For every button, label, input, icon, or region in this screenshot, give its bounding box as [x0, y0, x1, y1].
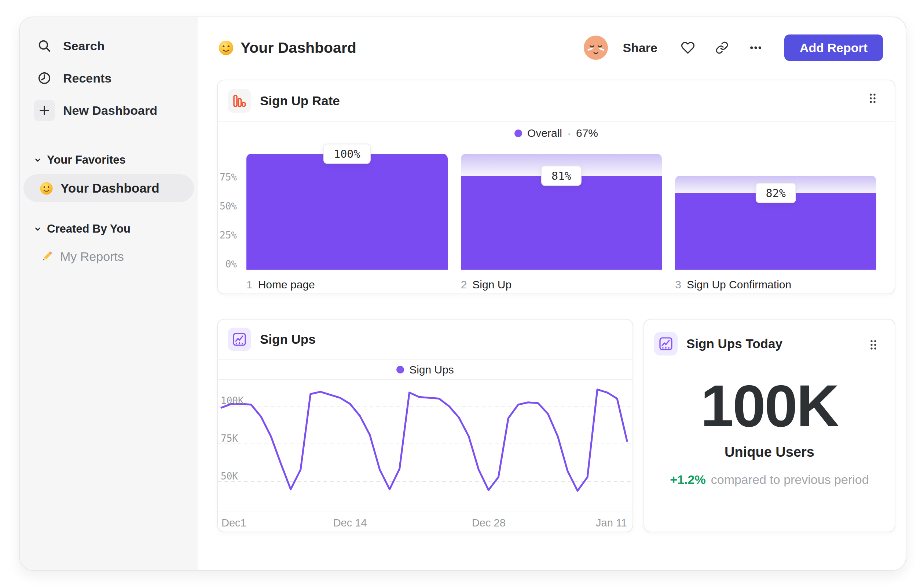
step-label: 2 Sign Up [461, 278, 662, 291]
y-tick: 75% [219, 170, 237, 184]
drag-handle-icon[interactable] [868, 92, 877, 104]
y-tick: 25% [219, 228, 237, 242]
search-icon [34, 35, 55, 56]
page-title: Your Dashboard [241, 39, 356, 56]
funnel-bar-fill [675, 193, 876, 270]
share-button[interactable]: Share [623, 41, 657, 55]
card-header: Sign Ups Today [644, 332, 895, 356]
avatar[interactable] [584, 36, 608, 60]
step-label: 1 Home page [246, 278, 448, 291]
favorite-heart-icon[interactable] [681, 41, 695, 55]
step-name: Sign Up Confirmation [687, 278, 791, 291]
delta-value: +1.2% [670, 473, 705, 487]
smiley-emoji [218, 40, 234, 56]
sidebar-item-label: Your Dashboard [61, 181, 160, 195]
smiley-emoji [40, 182, 53, 195]
axis-divider [218, 511, 632, 511]
sidebar-section-your-favorites[interactable]: Your Favorites [20, 152, 198, 168]
line-plot[interactable]: 100K 75K 50K [218, 380, 632, 511]
y-tick: 0% [226, 258, 237, 271]
metric-label: Unique Users [644, 444, 895, 460]
sidebar-item-my-reports[interactable]: My Reports [20, 246, 198, 267]
metric-delta: +1.2% compared to previous period [644, 473, 895, 487]
step-index: 2 [461, 278, 467, 291]
more-options-icon[interactable] [749, 41, 762, 54]
step-index: 1 [246, 278, 252, 291]
card-title: Sign Ups [260, 332, 316, 347]
x-tick: Dec1 [221, 515, 246, 531]
x-tick: Jan 11 [596, 515, 627, 531]
sidebar-item-label: New Dashboard [63, 103, 157, 118]
card-title: Sign Ups Today [686, 336, 782, 351]
legend-label: Sign Ups [409, 364, 454, 376]
legend-dot [515, 129, 522, 137]
funnel-bar-sign-up-confirmation[interactable]: 82% [675, 154, 876, 270]
clock-icon [34, 68, 55, 89]
delta-note: compared to previous period [711, 473, 869, 487]
sign-ups-card: Sign Ups Sign Ups 100K 75K 50K Dec1 Dec … [217, 319, 633, 532]
legend-separator: · [567, 127, 571, 139]
sidebar-section-label: Your Favorites [47, 153, 126, 167]
card-header: Sign Up Rate [218, 80, 895, 122]
sidebar-item-your-dashboard-selected[interactable]: Your Dashboard [23, 174, 194, 202]
sidebar-item-recents[interactable]: Recents [20, 62, 198, 94]
conversion-tooltip: 81% [541, 166, 582, 186]
sidebar-item-new-dashboard[interactable]: New Dashboard [20, 94, 198, 127]
sign-ups-today-card: Sign Ups Today 100K Unique Users +1.2% c… [644, 319, 895, 532]
app-window: Search Recents New Dashboard [19, 17, 906, 571]
line-chart-icon [654, 332, 678, 356]
sidebar-item-label: My Reports [60, 250, 124, 264]
add-report-button[interactable]: Add Report [784, 35, 883, 61]
funnel-bar-fill [246, 154, 448, 270]
signups-line [221, 390, 627, 491]
legend-dot [396, 366, 404, 374]
step-name: Home page [258, 278, 315, 291]
funnel-bar-fill [461, 176, 662, 270]
card-title: Sign Up Rate [260, 94, 340, 108]
line-chart-icon [228, 327, 251, 351]
pencil-emoji [40, 250, 54, 263]
step-index: 3 [675, 278, 681, 291]
step-label: 3 Sign Up Confirmation [675, 278, 876, 291]
drag-handle-icon[interactable] [869, 339, 878, 351]
y-tick: 50K [221, 470, 238, 483]
conversion-tooltip: 82% [756, 183, 796, 203]
conversion-tooltip: 100% [323, 144, 370, 164]
funnel-y-axis: 75% 50% 25% 0% [218, 154, 237, 270]
sidebar: Search Recents New Dashboard [20, 17, 198, 570]
funnel-bar-home-page[interactable]: 100% [246, 154, 448, 270]
sidebar-item-label: Recents [63, 71, 111, 86]
sidebar-item-search[interactable]: Search [20, 30, 198, 62]
x-tick: Dec 14 [333, 515, 367, 531]
chevron-down-icon [33, 224, 43, 234]
funnel-bars: 100% 81% 82% [246, 154, 876, 270]
legend-label: Overall [527, 127, 562, 139]
dashboard-header: Your Dashboard Share [218, 35, 883, 61]
plus-icon [34, 100, 55, 121]
funnel-x-axis: 1 Home page 2 Sign Up 3 Sign Up Confirma… [246, 278, 876, 291]
funnel-bar-sign-up[interactable]: 81% [461, 154, 662, 270]
sidebar-section-created-by-you[interactable]: Created By You [20, 221, 198, 236]
y-tick: 50% [219, 200, 237, 213]
bar-chart-icon [228, 89, 251, 112]
line-x-axis: Dec1 Dec 14 Dec 28 Jan 11 [218, 515, 632, 531]
x-tick: Dec 28 [472, 515, 506, 531]
sign-up-rate-card: Sign Up Rate Overall · 67% 75% 50% 25% 0 [217, 79, 895, 294]
metric-value: 100K [644, 376, 895, 435]
funnel-legend[interactable]: Overall · 67% [218, 123, 895, 144]
copy-link-icon[interactable] [715, 41, 729, 54]
legend-value: 67% [576, 127, 598, 139]
header-actions: Share Add Report [584, 35, 883, 61]
gridlines [218, 406, 632, 482]
step-name: Sign Up [472, 278, 512, 291]
y-tick: 75K [221, 432, 238, 445]
sidebar-section-label: Created By You [47, 222, 130, 236]
main-content: Your Dashboard Share [198, 17, 906, 570]
y-tick: 100K [221, 394, 244, 407]
card-header: Sign Ups [218, 319, 632, 360]
line-legend[interactable]: Sign Ups [218, 360, 632, 380]
chevron-down-icon [33, 155, 43, 165]
sidebar-item-label: Search [63, 39, 104, 53]
